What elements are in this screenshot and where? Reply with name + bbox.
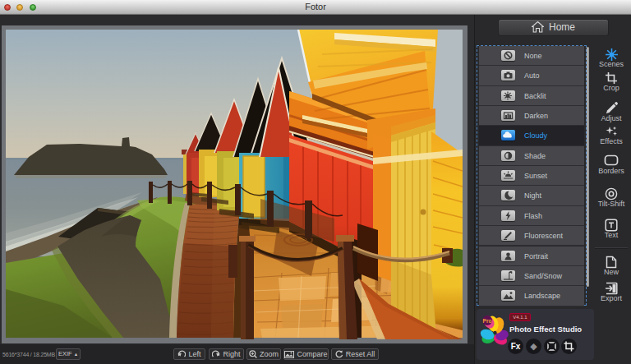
svg-text:Pro: Pro (483, 318, 492, 324)
